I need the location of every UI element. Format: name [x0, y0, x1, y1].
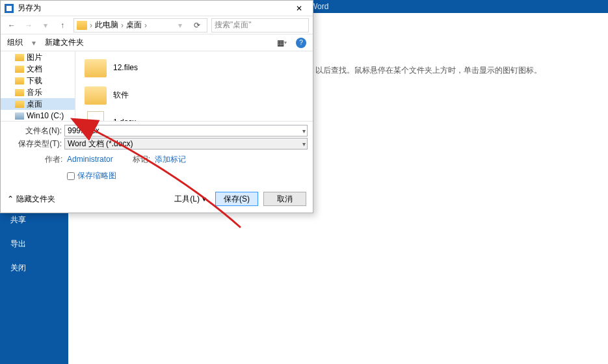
- chevron-up-icon: ⌃: [7, 194, 14, 203]
- save-thumbnail-label[interactable]: 保存缩略图: [77, 170, 116, 181]
- file-item[interactable]: 1.docx: [78, 109, 310, 121]
- save-thumbnail-checkbox[interactable]: [67, 172, 75, 180]
- save-button[interactable]: 保存(S): [215, 192, 258, 206]
- dialog-titlebar: 另存为 ✕: [1, 1, 313, 16]
- nav-row: ← → ▾ ↑ › 此电脑 › 桌面 › ▾ ⟳ 搜索"桌面": [1, 16, 313, 34]
- chevron-down-icon: ▾: [32, 38, 36, 47]
- help-icon[interactable]: ?: [296, 38, 306, 48]
- folder-icon: [15, 77, 24, 84]
- chevron-down-icon: ▾: [202, 194, 206, 203]
- chevron-down-icon[interactable]: ▾: [302, 140, 306, 148]
- nav-recent-icon[interactable]: ▾: [38, 18, 53, 32]
- save-as-dialog: 另存为 ✕ ← → ▾ ↑ › 此电脑 › 桌面 › ▾ ⟳ 搜索"桌面" 组织…: [0, 0, 313, 213]
- filetype-select[interactable]: Word 文档 (*.docx) ▾: [64, 138, 308, 150]
- dialog-body: 图片 文档 下载 音乐 桌面 Win10 (C:) 12.files 软件 1.…: [1, 51, 313, 121]
- filetype-label: 保存类型(T):: [6, 138, 62, 150]
- file-list[interactable]: 12.files 软件 1.docx: [75, 51, 313, 121]
- chevron-down-icon[interactable]: ▾: [302, 127, 306, 135]
- folder-icon: [77, 21, 87, 30]
- dialog-title: 另存为: [18, 3, 41, 14]
- file-item[interactable]: 软件: [78, 81, 310, 109]
- nav-forward-icon: →: [21, 18, 36, 32]
- filename-section: 文件名(N): 999.docx ▾ 保存类型(T): Word 文档 (*.d…: [1, 121, 313, 188]
- refresh-icon[interactable]: ⟳: [190, 18, 204, 32]
- search-placeholder: 搜索"桌面": [215, 20, 252, 31]
- chevron-right-icon: ›: [121, 21, 124, 30]
- folder-icon: [85, 59, 107, 77]
- dialog-toolbar: 组织 ▾ 新建文件夹 ▦ ▾ ?: [1, 34, 313, 51]
- nav-up-icon[interactable]: ↑: [55, 18, 70, 32]
- author-value[interactable]: Administrator: [67, 155, 113, 164]
- view-icon[interactable]: ▦ ▾: [276, 38, 287, 48]
- breadcrumb[interactable]: › 此电脑 › 桌面 › ▾ ⟳: [73, 18, 207, 32]
- tree-node: 文档: [1, 63, 75, 75]
- breadcrumb-item[interactable]: 桌面: [126, 20, 142, 31]
- tree-node-selected: 桌面: [1, 98, 75, 110]
- hint-text: 以后查找。鼠标悬停在某个文件夹上方时，单击显示的图钉图标。: [315, 65, 542, 76]
- sidebar-item-close[interactable]: 关闭: [0, 256, 68, 280]
- folder-icon: [15, 89, 24, 96]
- file-item[interactable]: 12.files: [78, 54, 310, 81]
- drive-icon: [15, 112, 24, 120]
- tags-label: 标记:: [133, 155, 150, 164]
- tree-node: 音乐: [1, 86, 75, 98]
- filename-label: 文件名(N):: [6, 125, 62, 136]
- folder-icon: [85, 86, 107, 105]
- chevron-right-icon: ›: [144, 21, 147, 30]
- search-input[interactable]: 搜索"桌面": [211, 18, 309, 32]
- tree-node: 图片: [1, 51, 75, 63]
- docx-icon: [87, 111, 104, 121]
- dialog-footer: ⌃ 隐藏文件夹 工具(L) ▾ 保存(S) 取消: [1, 188, 313, 213]
- tree-node-drive: Win10 (C:): [1, 110, 75, 121]
- folder-icon: [15, 101, 24, 108]
- close-icon[interactable]: ✕: [289, 4, 309, 13]
- nav-back-icon[interactable]: ←: [5, 18, 19, 32]
- breadcrumb-dropdown-icon[interactable]: ▾: [173, 18, 187, 32]
- folder-icon: [15, 66, 24, 73]
- sidebar-item-export[interactable]: 导出: [0, 232, 68, 256]
- organize-button[interactable]: 组织: [7, 37, 23, 48]
- hide-folders-toggle[interactable]: ⌃ 隐藏文件夹: [7, 194, 55, 205]
- cancel-button[interactable]: 取消: [263, 192, 306, 206]
- new-folder-button[interactable]: 新建文件夹: [45, 37, 84, 48]
- folder-tree[interactable]: 图片 文档 下载 音乐 桌面 Win10 (C:): [1, 51, 75, 121]
- tree-node: 下载: [1, 75, 75, 86]
- author-label: 作者:: [45, 155, 62, 164]
- tags-value[interactable]: 添加标记: [155, 155, 186, 164]
- folder-icon: [15, 54, 24, 61]
- save-as-icon: [5, 4, 14, 13]
- breadcrumb-item[interactable]: 此电脑: [95, 20, 118, 31]
- chevron-right-icon: ›: [90, 21, 92, 30]
- tools-button[interactable]: 工具(L) ▾: [170, 194, 210, 205]
- filename-input[interactable]: 999.docx ▾: [64, 125, 308, 136]
